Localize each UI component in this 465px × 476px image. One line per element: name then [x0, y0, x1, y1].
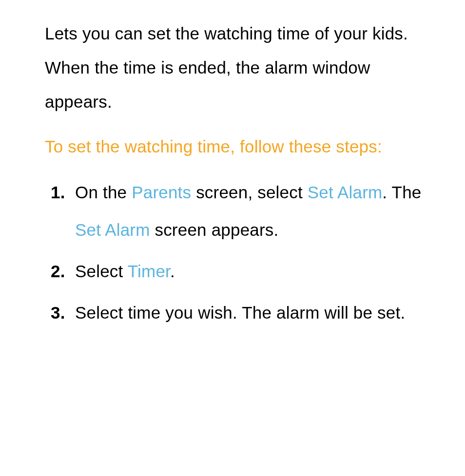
step-2: Select Timer.: [51, 252, 436, 290]
highlight-set-alarm-2: Set Alarm: [75, 220, 150, 239]
step-text: On the: [75, 183, 132, 202]
step-1: On the Parents screen, select Set Alarm.…: [51, 173, 436, 248]
instruction-heading: To set the watching time, follow these s…: [45, 130, 436, 164]
highlight-timer: Timer: [128, 262, 170, 281]
steps-list: On the Parents screen, select Set Alarm.…: [45, 173, 436, 331]
highlight-set-alarm: Set Alarm: [308, 183, 383, 202]
intro-paragraph: Lets you can set the watching time of yo…: [45, 17, 436, 119]
step-text: Select: [75, 262, 128, 281]
step-text: Select time you wish. The alarm will be …: [75, 303, 405, 322]
step-text: screen, select: [191, 183, 308, 202]
step-text: screen appears.: [150, 220, 279, 239]
highlight-parents: Parents: [132, 183, 191, 202]
step-text: .: [170, 262, 175, 281]
step-text: . The: [382, 183, 421, 202]
step-3: Select time you wish. The alarm will be …: [51, 294, 436, 331]
